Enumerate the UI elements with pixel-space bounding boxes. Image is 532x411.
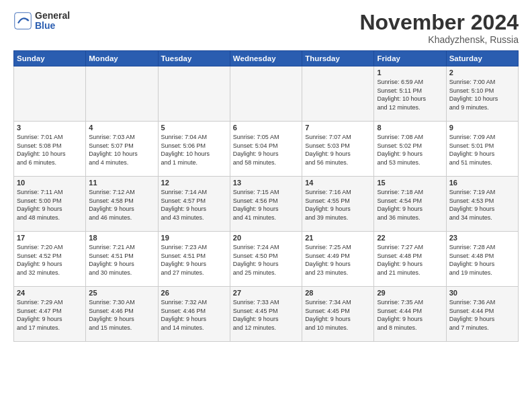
calendar-cell: 17Sunrise: 7:20 AM Sunset: 4:52 PM Dayli…	[14, 232, 86, 287]
day-number: 27	[233, 289, 299, 297]
day-info: Sunrise: 7:25 AM Sunset: 4:49 PM Dayligh…	[305, 243, 371, 277]
day-info: Sunrise: 7:32 AM Sunset: 4:46 PM Dayligh…	[161, 298, 227, 332]
day-info: Sunrise: 7:18 AM Sunset: 4:54 PM Dayligh…	[377, 188, 443, 222]
day-number: 11	[89, 179, 154, 187]
calendar-cell: 11Sunrise: 7:12 AM Sunset: 4:58 PM Dayli…	[86, 177, 158, 232]
logo: General Blue	[13, 11, 70, 32]
day-info: Sunrise: 7:28 AM Sunset: 4:48 PM Dayligh…	[449, 243, 515, 277]
calendar-table: SundayMondayTuesdayWednesdayThursdayFrid…	[13, 50, 519, 342]
day-number: 25	[89, 289, 154, 297]
weekday-header-wednesday: Wednesday	[230, 51, 302, 66]
day-number: 3	[17, 124, 83, 132]
calendar-cell	[230, 66, 302, 122]
day-number: 23	[449, 234, 515, 242]
calendar-cell: 22Sunrise: 7:27 AM Sunset: 4:48 PM Dayli…	[374, 232, 446, 287]
week-row-2: 3Sunrise: 7:01 AM Sunset: 5:08 PM Daylig…	[14, 122, 519, 177]
logo-icon	[13, 11, 32, 30]
calendar-cell: 25Sunrise: 7:30 AM Sunset: 4:46 PM Dayli…	[86, 287, 158, 342]
day-number: 26	[161, 289, 227, 297]
day-number: 4	[89, 124, 154, 132]
header-row: SundayMondayTuesdayWednesdayThursdayFrid…	[14, 51, 519, 66]
day-number: 22	[377, 234, 443, 242]
day-number: 10	[17, 179, 83, 187]
day-info: Sunrise: 7:21 AM Sunset: 4:51 PM Dayligh…	[89, 243, 154, 277]
day-number: 12	[161, 179, 227, 187]
day-number: 8	[377, 124, 443, 132]
day-info: Sunrise: 7:03 AM Sunset: 5:07 PM Dayligh…	[89, 133, 154, 167]
month-title: November 2024	[359, 11, 519, 34]
day-info: Sunrise: 7:34 AM Sunset: 4:45 PM Dayligh…	[305, 298, 371, 332]
day-number: 7	[305, 124, 371, 132]
day-number: 2	[449, 68, 515, 77]
day-info: Sunrise: 7:08 AM Sunset: 5:02 PM Dayligh…	[377, 133, 443, 167]
calendar-cell: 12Sunrise: 7:14 AM Sunset: 4:57 PM Dayli…	[158, 177, 230, 232]
weekday-header-tuesday: Tuesday	[158, 51, 230, 66]
calendar-cell: 5Sunrise: 7:04 AM Sunset: 5:06 PM Daylig…	[158, 122, 230, 177]
calendar-cell: 30Sunrise: 7:36 AM Sunset: 4:44 PM Dayli…	[446, 287, 518, 342]
day-number: 13	[233, 179, 299, 187]
day-number: 9	[449, 124, 515, 132]
day-number: 24	[17, 289, 83, 297]
day-info: Sunrise: 7:29 AM Sunset: 4:47 PM Dayligh…	[17, 298, 83, 332]
day-info: Sunrise: 7:36 AM Sunset: 4:44 PM Dayligh…	[449, 298, 515, 332]
calendar-cell: 3Sunrise: 7:01 AM Sunset: 5:08 PM Daylig…	[14, 122, 86, 177]
day-info: Sunrise: 7:30 AM Sunset: 4:46 PM Dayligh…	[89, 298, 154, 332]
day-number: 1	[377, 68, 443, 77]
calendar-cell	[302, 66, 374, 122]
day-info: Sunrise: 7:33 AM Sunset: 4:45 PM Dayligh…	[233, 298, 299, 332]
calendar-page: General Blue November 2024 Khadyzhensk, …	[0, 0, 532, 411]
day-info: Sunrise: 6:59 AM Sunset: 5:11 PM Dayligh…	[377, 78, 443, 111]
day-number: 30	[449, 289, 515, 297]
calendar-cell: 20Sunrise: 7:24 AM Sunset: 4:50 PM Dayli…	[230, 232, 302, 287]
day-info: Sunrise: 7:11 AM Sunset: 5:00 PM Dayligh…	[17, 188, 83, 222]
calendar-cell: 23Sunrise: 7:28 AM Sunset: 4:48 PM Dayli…	[446, 232, 518, 287]
calendar-cell: 1Sunrise: 6:59 AM Sunset: 5:11 PM Daylig…	[374, 66, 446, 122]
day-number: 28	[305, 289, 371, 297]
calendar-cell: 21Sunrise: 7:25 AM Sunset: 4:49 PM Dayli…	[302, 232, 374, 287]
logo-blue: Blue	[35, 21, 70, 31]
day-info: Sunrise: 7:20 AM Sunset: 4:52 PM Dayligh…	[17, 243, 83, 277]
calendar-cell: 14Sunrise: 7:16 AM Sunset: 4:55 PM Dayli…	[302, 177, 374, 232]
calendar-cell: 29Sunrise: 7:35 AM Sunset: 4:44 PM Dayli…	[374, 287, 446, 342]
day-info: Sunrise: 7:14 AM Sunset: 4:57 PM Dayligh…	[161, 188, 227, 222]
day-info: Sunrise: 7:27 AM Sunset: 4:48 PM Dayligh…	[377, 243, 443, 277]
calendar-cell: 26Sunrise: 7:32 AM Sunset: 4:46 PM Dayli…	[158, 287, 230, 342]
calendar-cell: 19Sunrise: 7:23 AM Sunset: 4:51 PM Dayli…	[158, 232, 230, 287]
calendar-header: SundayMondayTuesdayWednesdayThursdayFrid…	[14, 51, 519, 66]
day-info: Sunrise: 7:05 AM Sunset: 5:04 PM Dayligh…	[233, 133, 299, 167]
day-info: Sunrise: 7:15 AM Sunset: 4:56 PM Dayligh…	[233, 188, 299, 222]
calendar-cell: 18Sunrise: 7:21 AM Sunset: 4:51 PM Dayli…	[86, 232, 158, 287]
day-number: 21	[305, 234, 371, 242]
weekday-header-sunday: Sunday	[14, 51, 86, 66]
day-info: Sunrise: 7:07 AM Sunset: 5:03 PM Dayligh…	[305, 133, 371, 167]
weekday-header-monday: Monday	[86, 51, 158, 66]
calendar-cell: 2Sunrise: 7:00 AM Sunset: 5:10 PM Daylig…	[446, 66, 518, 122]
calendar-cell: 15Sunrise: 7:18 AM Sunset: 4:54 PM Dayli…	[374, 177, 446, 232]
day-number: 6	[233, 124, 299, 132]
calendar-cell: 8Sunrise: 7:08 AM Sunset: 5:02 PM Daylig…	[374, 122, 446, 177]
calendar-cell: 16Sunrise: 7:19 AM Sunset: 4:53 PM Dayli…	[446, 177, 518, 232]
week-row-1: 1Sunrise: 6:59 AM Sunset: 5:11 PM Daylig…	[14, 66, 519, 122]
day-info: Sunrise: 7:00 AM Sunset: 5:10 PM Dayligh…	[449, 78, 515, 111]
day-number: 20	[233, 234, 299, 242]
day-info: Sunrise: 7:24 AM Sunset: 4:50 PM Dayligh…	[233, 243, 299, 277]
calendar-cell: 7Sunrise: 7:07 AM Sunset: 5:03 PM Daylig…	[302, 122, 374, 177]
day-info: Sunrise: 7:04 AM Sunset: 5:06 PM Dayligh…	[161, 133, 227, 167]
calendar-cell: 10Sunrise: 7:11 AM Sunset: 5:00 PM Dayli…	[14, 177, 86, 232]
day-info: Sunrise: 7:16 AM Sunset: 4:55 PM Dayligh…	[305, 188, 371, 222]
day-number: 19	[161, 234, 227, 242]
calendar-cell: 13Sunrise: 7:15 AM Sunset: 4:56 PM Dayli…	[230, 177, 302, 232]
day-info: Sunrise: 7:09 AM Sunset: 5:01 PM Dayligh…	[449, 133, 515, 167]
calendar-body: 1Sunrise: 6:59 AM Sunset: 5:11 PM Daylig…	[14, 66, 519, 342]
day-number: 18	[89, 234, 154, 242]
calendar-cell: 27Sunrise: 7:33 AM Sunset: 4:45 PM Dayli…	[230, 287, 302, 342]
weekday-header-thursday: Thursday	[302, 51, 374, 66]
week-row-4: 17Sunrise: 7:20 AM Sunset: 4:52 PM Dayli…	[14, 232, 519, 287]
day-number: 5	[161, 124, 227, 132]
calendar-cell	[86, 66, 158, 122]
week-row-5: 24Sunrise: 7:29 AM Sunset: 4:47 PM Dayli…	[14, 287, 519, 342]
day-info: Sunrise: 7:35 AM Sunset: 4:44 PM Dayligh…	[377, 298, 443, 332]
week-row-3: 10Sunrise: 7:11 AM Sunset: 5:00 PM Dayli…	[14, 177, 519, 232]
day-info: Sunrise: 7:23 AM Sunset: 4:51 PM Dayligh…	[161, 243, 227, 277]
logo-text: General Blue	[35, 11, 70, 32]
